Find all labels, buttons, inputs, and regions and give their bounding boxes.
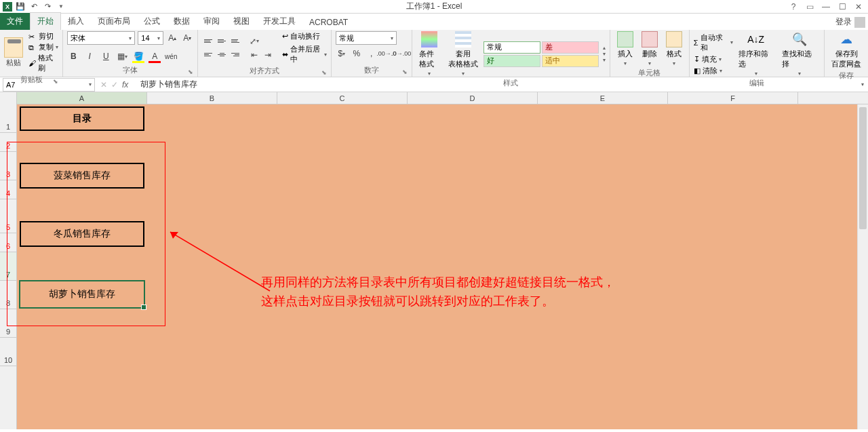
row-header-10[interactable]: 10 xyxy=(0,338,16,366)
style-bad[interactable]: 差 xyxy=(542,41,599,54)
copy-button[interactable]: ⧉复制 ▾ xyxy=(28,42,58,52)
cell-a1[interactable]: 目录 xyxy=(20,106,144,131)
paste-button[interactable]: 粘贴 xyxy=(4,37,23,68)
number-launcher-icon[interactable]: ⬊ xyxy=(402,68,408,75)
col-header-d[interactable]: D xyxy=(408,92,538,104)
wrap-text-button[interactable]: ↩自动换行 xyxy=(282,31,326,41)
gallery-up-icon[interactable]: ▴ xyxy=(603,45,606,51)
gallery-down-icon[interactable]: ▾ xyxy=(603,51,606,57)
tab-file[interactable]: 文件 xyxy=(0,13,30,30)
underline-button[interactable]: U xyxy=(100,50,112,62)
tab-home[interactable]: 开始 xyxy=(30,12,61,30)
cell-a5[interactable]: 冬瓜销售库存 xyxy=(20,221,144,247)
row-header-4[interactable]: 4 xyxy=(0,180,16,199)
undo-icon[interactable]: ↶ xyxy=(28,1,39,12)
close-icon[interactable]: ✕ xyxy=(853,1,864,12)
save-baidu-button[interactable]: ☁保存到 百度网盘 xyxy=(829,31,864,69)
format-painter-button[interactable]: 🖌格式刷 xyxy=(28,53,58,73)
cell-a7-selected[interactable]: 胡萝卜销售库存 xyxy=(20,281,144,308)
save-icon[interactable]: 💾 xyxy=(15,1,26,12)
decrease-decimal-icon[interactable]: .0→.00 xyxy=(395,47,408,60)
maximize-icon[interactable]: ☐ xyxy=(837,1,848,12)
minimize-icon[interactable]: — xyxy=(821,1,831,12)
format-cells-button[interactable]: 格式▾ xyxy=(663,31,685,66)
formula-expand-icon[interactable]: ▾ xyxy=(861,81,864,87)
cell-a3[interactable]: 菠菜销售库存 xyxy=(20,163,144,189)
tab-formulas[interactable]: 公式 xyxy=(137,13,167,30)
gallery-more-icon[interactable]: ▾ xyxy=(603,57,606,63)
row-header-9[interactable]: 9 xyxy=(0,309,16,338)
font-size-combo[interactable]: 14▾ xyxy=(138,31,163,45)
table-format-button[interactable]: 套用 表格格式▾ xyxy=(446,31,481,77)
italic-button[interactable]: I xyxy=(83,50,96,62)
conditional-format-button[interactable]: 条件格式▾ xyxy=(416,31,443,77)
increase-font-icon[interactable]: A▴ xyxy=(166,32,178,44)
select-all-corner[interactable] xyxy=(0,92,17,104)
style-normal[interactable]: 常规 xyxy=(484,41,540,54)
row-header-5[interactable]: 5 xyxy=(0,199,16,233)
fill-button[interactable]: ↧填充▾ xyxy=(694,54,733,64)
fx-icon[interactable]: fx xyxy=(122,80,128,90)
sort-filter-button[interactable]: A↓Z排序和筛选▾ xyxy=(736,31,776,77)
align-launcher-icon[interactable]: ⬊ xyxy=(321,69,327,76)
align-right-icon[interactable] xyxy=(229,49,241,61)
increase-decimal-icon[interactable]: .00→.0 xyxy=(380,47,393,60)
row-header-7[interactable]: 7 xyxy=(0,252,16,281)
clipboard-launcher-icon[interactable]: ⬊ xyxy=(53,78,58,85)
fill-color-button[interactable]: 🪣 xyxy=(132,50,144,62)
row-header-1[interactable]: 1 xyxy=(0,104,16,133)
orientation-button[interactable]: ⤢▾ xyxy=(248,35,260,47)
enter-formula-icon[interactable]: ✓ xyxy=(111,80,118,90)
align-center-icon[interactable] xyxy=(216,49,228,61)
phonetic-button[interactable]: wén xyxy=(165,50,177,62)
vertical-scrollbar[interactable] xyxy=(857,104,868,429)
row-header-8[interactable]: 8 xyxy=(0,281,16,309)
percent-button[interactable]: % xyxy=(351,47,363,60)
style-good[interactable]: 好 xyxy=(484,55,540,67)
tab-developer[interactable]: 开发工具 xyxy=(256,13,302,30)
qat-dropdown-icon[interactable]: ▼ xyxy=(56,1,66,12)
font-color-button[interactable]: A xyxy=(149,50,161,62)
decrease-font-icon[interactable]: A▾ xyxy=(181,32,193,44)
align-middle-icon[interactable] xyxy=(216,35,228,47)
style-neutral[interactable]: 适中 xyxy=(542,55,599,67)
login-link[interactable]: 登录 xyxy=(835,16,865,28)
align-left-icon[interactable] xyxy=(202,49,214,61)
col-header-a[interactable]: A xyxy=(17,92,147,104)
autosum-button[interactable]: Σ自动求和▾ xyxy=(694,33,733,53)
tab-layout[interactable]: 页面布局 xyxy=(91,13,137,30)
increase-indent-icon[interactable]: ⇥ xyxy=(262,49,274,61)
redo-icon[interactable]: ↷ xyxy=(42,1,53,12)
col-header-c[interactable]: C xyxy=(277,92,408,104)
row-header-6[interactable]: 6 xyxy=(0,233,16,252)
font-name-combo[interactable]: 宋体▾ xyxy=(67,31,135,45)
help-icon[interactable]: ? xyxy=(788,1,799,12)
cancel-formula-icon[interactable]: ✕ xyxy=(100,80,107,90)
tab-review[interactable]: 审阅 xyxy=(197,13,226,30)
align-top-icon[interactable] xyxy=(202,35,214,47)
font-launcher-icon[interactable]: ⬊ xyxy=(188,68,193,75)
number-format-combo[interactable]: 常规▾ xyxy=(336,31,397,45)
col-header-e[interactable]: E xyxy=(538,92,668,104)
decrease-indent-icon[interactable]: ⇤ xyxy=(248,49,260,61)
clear-button[interactable]: ◧清除▾ xyxy=(694,66,733,76)
tab-acrobat[interactable]: ACROBAT xyxy=(302,15,355,30)
align-bottom-icon[interactable] xyxy=(229,35,241,47)
grid-canvas[interactable]: 目录 菠菜销售库存 冬瓜销售库存 胡萝卜销售库存 再用同样的方法将目录表中所有项… xyxy=(17,104,868,429)
tab-insert[interactable]: 插入 xyxy=(61,13,91,30)
comma-button[interactable]: , xyxy=(366,47,378,60)
find-select-button[interactable]: 🔍查找和选择▾ xyxy=(779,31,820,77)
scrollbar-thumb[interactable] xyxy=(859,107,867,229)
delete-cells-button[interactable]: 删除▾ xyxy=(639,31,660,66)
bold-button[interactable]: B xyxy=(67,50,79,62)
merge-center-button[interactable]: ⬌合并后居中▾ xyxy=(282,44,326,64)
tab-data[interactable]: 数据 xyxy=(167,13,197,30)
cell-styles-gallery[interactable]: 常规 差 好 适中 xyxy=(484,41,599,67)
col-header-b[interactable]: B xyxy=(147,92,277,104)
col-header-f[interactable]: F xyxy=(668,92,798,104)
currency-button[interactable]: $▾ xyxy=(336,47,348,60)
ribbon-options-icon[interactable]: ▭ xyxy=(804,1,815,12)
border-button[interactable]: ▦▾ xyxy=(116,50,128,62)
row-header-3[interactable]: 3 xyxy=(0,152,16,180)
insert-cells-button[interactable]: 插入▾ xyxy=(614,31,636,66)
